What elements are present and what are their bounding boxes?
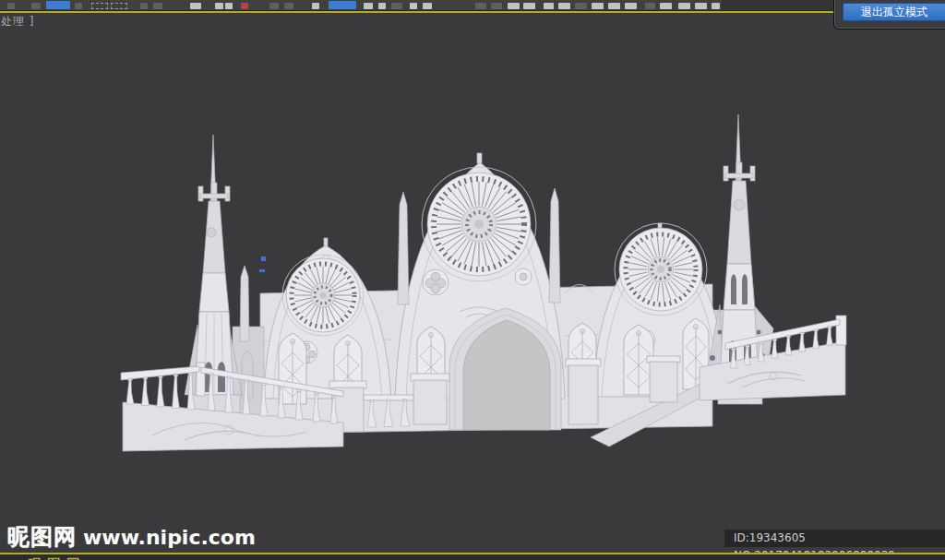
viewport-active-border-top bbox=[0, 11, 945, 13]
toolbar-icon-active[interactable] bbox=[46, 1, 70, 9]
toolbar-icon[interactable] bbox=[269, 3, 279, 9]
screen: 处理 ] bbox=[0, 0, 945, 560]
toolbar-icon[interactable] bbox=[215, 3, 223, 9]
toolbar-icon[interactable] bbox=[678, 3, 690, 9]
toolbar-icon[interactable] bbox=[423, 3, 432, 9]
pinnacle-left bbox=[398, 192, 409, 304]
toolbar-icon[interactable] bbox=[544, 3, 554, 9]
pinnacle-right bbox=[549, 188, 560, 303]
toolbar-icon[interactable] bbox=[660, 3, 672, 9]
toolbar-icon[interactable] bbox=[508, 3, 520, 9]
isolated-3d-model-gothic-stage bbox=[0, 13, 945, 560]
toolbar-icon[interactable] bbox=[31, 3, 41, 9]
exit-isolate-mode-button[interactable]: 退出孤立模式 bbox=[843, 3, 945, 21]
toolbar-icon[interactable] bbox=[284, 3, 293, 9]
toolbar-icon[interactable] bbox=[523, 3, 535, 9]
perspective-viewport[interactable]: 处理 ] bbox=[0, 13, 945, 553]
main-toolbar bbox=[0, 0, 945, 10]
toolbar-icon[interactable] bbox=[91, 3, 108, 9]
toolbar-icon[interactable] bbox=[190, 3, 201, 9]
toolbar-icon-active[interactable] bbox=[329, 1, 356, 9]
toolbar-icon[interactable] bbox=[475, 3, 486, 9]
watermark-logo: 昵图网 bbox=[7, 522, 77, 552]
toolbar-icon[interactable] bbox=[575, 3, 587, 9]
toolbar-icon[interactable] bbox=[364, 3, 373, 9]
toolbar-icon[interactable] bbox=[241, 3, 248, 9]
toolbar-icon[interactable] bbox=[645, 3, 655, 9]
left-tower bbox=[185, 135, 242, 430]
watermark-url: www.nipic.com bbox=[83, 526, 256, 549]
toolbar-icon[interactable] bbox=[695, 3, 707, 9]
toolbar-icon[interactable] bbox=[111, 3, 127, 9]
selection-speck bbox=[261, 256, 266, 261]
toolbar-icon[interactable] bbox=[140, 3, 148, 9]
front-balustrade bbox=[364, 395, 413, 427]
clipped-watermark-text: 昵图网 bbox=[28, 556, 86, 560]
image-id-bar: ID:19343605 NO:20170418183906988039 bbox=[724, 530, 945, 547]
viewport-shading-label[interactable]: 处理 ] bbox=[1, 14, 35, 30]
toolbar-icon[interactable] bbox=[608, 3, 620, 9]
toolbar-icon[interactable] bbox=[312, 3, 319, 9]
toolbar-icon[interactable] bbox=[592, 3, 604, 9]
pinnacle-far-left bbox=[240, 266, 249, 341]
toolbar-icon[interactable] bbox=[378, 3, 386, 9]
bottom-strip: 昵图网 bbox=[0, 554, 945, 560]
toolbar-icon[interactable] bbox=[410, 3, 417, 9]
toolbar-icon[interactable] bbox=[712, 3, 720, 9]
nipic-watermark: 昵图网 www.nipic.com bbox=[7, 522, 256, 552]
toolbar-icon[interactable] bbox=[7, 3, 15, 9]
toolbar-icon[interactable] bbox=[75, 3, 82, 9]
selection-speck bbox=[259, 269, 265, 272]
toolbar-icon[interactable] bbox=[625, 3, 637, 9]
isolate-mode-panel: 退出孤立模式 bbox=[833, 0, 945, 30]
toolbar-icon[interactable] bbox=[225, 3, 233, 9]
toolbar-icon[interactable] bbox=[558, 3, 570, 9]
toolbar-icon[interactable] bbox=[153, 3, 162, 9]
toolbar-icon[interactable] bbox=[391, 3, 402, 9]
toolbar-icon[interactable] bbox=[491, 3, 502, 9]
